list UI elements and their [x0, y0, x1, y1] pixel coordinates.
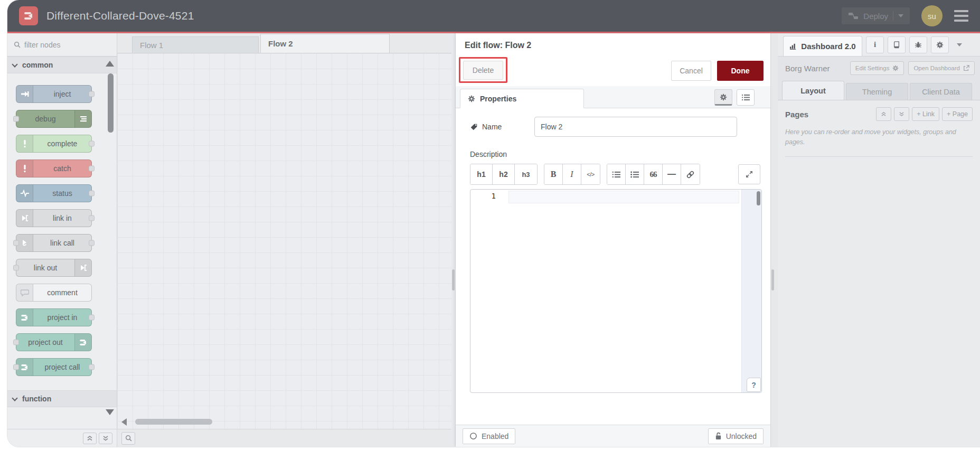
- config-gear-button[interactable]: [931, 36, 949, 53]
- node-port[interactable]: [89, 141, 95, 147]
- node-port[interactable]: [89, 166, 95, 172]
- deploy-button[interactable]: Deploy: [842, 7, 910, 24]
- node-port[interactable]: [13, 240, 19, 246]
- code-button[interactable]: </>: [581, 164, 600, 184]
- flow-name-input[interactable]: [534, 117, 737, 137]
- italic-button[interactable]: I: [563, 164, 581, 184]
- palette-node-debug[interactable]: debug: [16, 110, 92, 128]
- add-page-button[interactable]: + Page: [942, 107, 973, 121]
- palette-node-link-in[interactable]: link in: [16, 209, 92, 227]
- palette-node-link-out[interactable]: link out: [16, 259, 92, 277]
- search-icon: [14, 41, 21, 48]
- quote-button[interactable]: 66: [644, 164, 663, 184]
- expand-all-button[interactable]: [99, 433, 112, 444]
- lock-toggle-button[interactable]: Unlocked: [708, 428, 764, 444]
- open-dashboard-button[interactable]: Open Dashboard: [908, 61, 975, 75]
- collapse-all-button[interactable]: [83, 433, 97, 444]
- palette-section-common[interactable]: common: [7, 57, 117, 73]
- node-port[interactable]: [13, 265, 19, 271]
- node-port[interactable]: [89, 315, 95, 321]
- palette-node-link-call[interactable]: link call: [16, 234, 92, 252]
- tray-resize-handle[interactable]: [451, 33, 456, 447]
- heading2-button[interactable]: h2: [493, 164, 515, 184]
- node-port[interactable]: [89, 364, 95, 370]
- heading3-button[interactable]: h3: [515, 164, 537, 184]
- tag-icon: [470, 123, 478, 131]
- palette-node-comment[interactable]: comment: [16, 284, 92, 302]
- chevron-down-icon: [12, 61, 17, 67]
- palette-node-project-in[interactable]: project in: [16, 308, 92, 326]
- palette-node-complete[interactable]: complete: [16, 135, 92, 153]
- cancel-button[interactable]: Cancel: [671, 61, 711, 81]
- node-port[interactable]: [89, 240, 95, 246]
- done-button[interactable]: Done: [717, 61, 764, 81]
- unordered-list-button[interactable]: [626, 164, 644, 184]
- palette-node-status[interactable]: status: [16, 184, 92, 202]
- dialog-title: Edit flow: Flow 2: [456, 33, 770, 55]
- sidebar-menu-caret-icon[interactable]: [957, 43, 962, 46]
- palette-section-function[interactable]: function: [7, 390, 117, 407]
- help-book-button[interactable]: [888, 36, 906, 53]
- node-port[interactable]: [13, 116, 19, 122]
- sidebar-resize-handle[interactable]: [770, 33, 778, 447]
- canvas-hscrollbar-thumb[interactable]: [135, 419, 212, 425]
- palette-scrollbar-thumb[interactable]: [108, 73, 114, 133]
- bold-button[interactable]: B: [544, 164, 563, 184]
- avatar-initials: su: [928, 12, 936, 21]
- palette-search[interactable]: filter nodes: [7, 33, 117, 57]
- tab-properties[interactable]: Properties: [460, 89, 584, 108]
- node-port[interactable]: [13, 340, 19, 345]
- main-menu-icon[interactable]: [954, 10, 968, 22]
- tab-theming[interactable]: Theming: [846, 83, 908, 100]
- node-port[interactable]: [89, 215, 95, 221]
- tab-client-data[interactable]: Client Data: [910, 83, 972, 100]
- description-editor[interactable]: 1 ?: [470, 189, 762, 393]
- palette-scroll-up-icon[interactable]: [106, 61, 114, 67]
- node-port[interactable]: [89, 191, 95, 196]
- flow-canvas[interactable]: [117, 53, 451, 429]
- dialog-form: Name Description h1 h2 h3 B I </>: [456, 108, 770, 425]
- owner-name: Borg Warner: [785, 64, 830, 73]
- drag-grip[interactable]: [452, 269, 455, 290]
- palette-scroll-down-icon[interactable]: [106, 409, 114, 415]
- horizontal-rule-button[interactable]: —: [663, 164, 681, 184]
- link-button[interactable]: [681, 164, 700, 184]
- delete-button[interactable]: Delete: [463, 61, 503, 80]
- canvas-scroll-left-icon[interactable]: [121, 418, 127, 426]
- editor-scrollbar-thumb[interactable]: [757, 191, 760, 205]
- expand-editor-button[interactable]: [738, 164, 760, 184]
- tab-dashboard-2[interactable]: Dashboard 2.0: [783, 36, 862, 56]
- palette-node-project-call[interactable]: project call: [16, 358, 92, 376]
- ordered-list-button[interactable]: [607, 164, 626, 184]
- move-up-button[interactable]: [876, 107, 891, 121]
- workspace: Flow 1 Flow 2: [117, 33, 451, 447]
- edit-settings-button[interactable]: Edit Settings: [850, 61, 904, 75]
- node-port[interactable]: [89, 91, 95, 97]
- zoom-search-button[interactable]: [121, 432, 135, 445]
- debug-bug-button[interactable]: [909, 36, 927, 53]
- pages-section-title: Pages: [785, 110, 808, 119]
- deploy-caret-icon[interactable]: [898, 14, 903, 17]
- debug-icon: [74, 110, 91, 127]
- description-list-button[interactable]: [737, 89, 755, 106]
- dashboard-owner-row: Borg Warner Edit Settings Open Dashboard: [778, 57, 980, 80]
- heading1-button[interactable]: h1: [470, 164, 493, 184]
- palette-node-project-out[interactable]: project out: [16, 333, 92, 351]
- flow-tab-2[interactable]: Flow 2: [260, 34, 390, 53]
- add-link-button[interactable]: + Link: [912, 107, 939, 121]
- palette-node-inject[interactable]: inject: [16, 85, 92, 103]
- palette-node-catch[interactable]: catch: [16, 160, 92, 177]
- enabled-toggle-button[interactable]: Enabled: [463, 428, 515, 444]
- tab-layout[interactable]: Layout: [782, 81, 844, 100]
- editor-scrollbar-track[interactable]: [741, 190, 761, 392]
- move-down-button[interactable]: [894, 107, 909, 121]
- user-avatar[interactable]: su: [921, 5, 943, 26]
- drag-grip[interactable]: [771, 269, 774, 290]
- edit-properties-button[interactable]: [714, 89, 732, 106]
- node-port[interactable]: [13, 364, 19, 370]
- flow-tab-1[interactable]: Flow 1: [132, 36, 259, 53]
- unordered-list-icon: [630, 171, 639, 178]
- editor-help-button[interactable]: ?: [747, 378, 761, 392]
- node-red-editor: Different-Collared-Dove-4521 Deploy su f…: [7, 0, 980, 447]
- info-tab-button[interactable]: i: [866, 36, 884, 53]
